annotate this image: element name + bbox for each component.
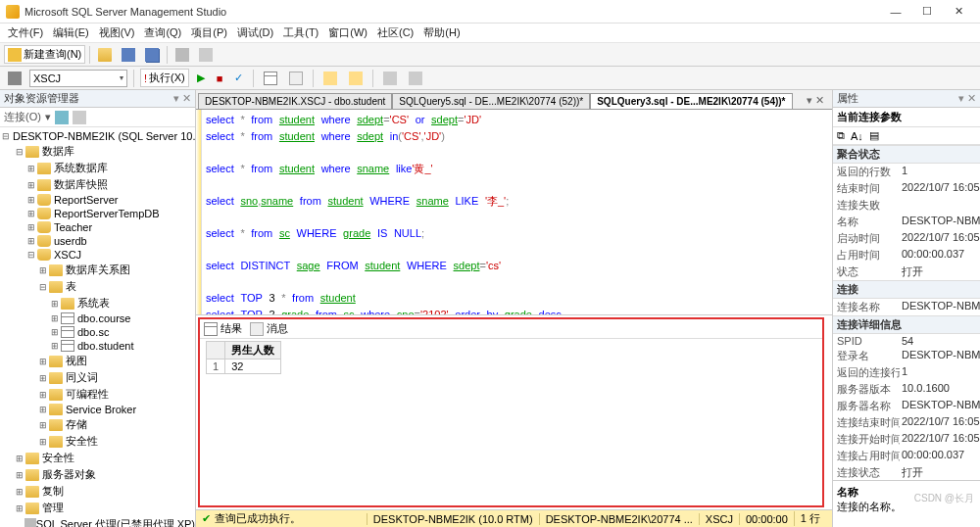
results-area: 结果 消息 男生人数 132: [198, 317, 824, 507]
panel-close-icon[interactable]: ▾ ✕: [958, 92, 976, 105]
node-sc[interactable]: dbo.sc: [77, 326, 109, 338]
node-security[interactable]: 安全性: [42, 451, 74, 465]
database-combo[interactable]: XSCJ ▾: [29, 70, 127, 87]
connection-button[interactable]: [4, 70, 25, 87]
debug-button[interactable]: ▶: [193, 70, 209, 86]
menu-file[interactable]: 文件(F): [4, 24, 47, 42]
node-sysdb[interactable]: 系统数据库: [54, 161, 108, 175]
menu-edit[interactable]: 编辑(E): [49, 24, 93, 42]
menu-project[interactable]: 项目(P): [187, 24, 231, 42]
results-tab-results[interactable]: 结果: [204, 321, 242, 336]
folder-icon: [37, 163, 51, 174]
tab-sqlquery5[interactable]: SQLQuery5.sql - DE...ME2IK\20774 (52))*: [392, 93, 590, 109]
node-diagrams[interactable]: 数据库关系图: [66, 263, 130, 277]
execute-text: 执行(X): [149, 71, 185, 85]
message-icon: [250, 322, 264, 336]
tab-sqlquery3[interactable]: SQLQuery3.sql - DE...ME2IK\20774 (54))*: [590, 93, 792, 109]
comment-button[interactable]: [319, 70, 341, 87]
node-tables[interactable]: 表: [66, 279, 76, 294]
menu-help[interactable]: 帮助(H): [419, 24, 464, 42]
execute-button[interactable]: ! 执行(X): [140, 69, 189, 87]
app-icon: [6, 5, 20, 19]
refresh-icon[interactable]: [55, 111, 69, 124]
node-views[interactable]: 视图: [66, 354, 87, 368]
props-button[interactable]: [195, 46, 217, 64]
agent-icon: [24, 518, 36, 528]
properties-grid[interactable]: 聚合状态 返回的行数1 结束时间2022/10/7 16:05:14 连接失败 …: [833, 145, 980, 480]
save-button[interactable]: [118, 46, 139, 64]
menu-tools[interactable]: 工具(T): [279, 24, 322, 42]
node-xscj[interactable]: XSCJ: [54, 249, 81, 261]
node-replication[interactable]: 复制: [42, 484, 64, 499]
open-button[interactable]: [94, 46, 116, 64]
connect-label[interactable]: 连接(O): [4, 110, 41, 124]
node-security-db[interactable]: 安全性: [66, 434, 98, 449]
node-rs[interactable]: ReportServer: [54, 194, 118, 206]
node-snapshot[interactable]: 数据库快照: [54, 177, 108, 192]
folder-icon: [98, 48, 112, 62]
node-userdb[interactable]: userdb: [54, 235, 87, 247]
indent-button[interactable]: [379, 70, 401, 87]
node-synonyms[interactable]: 同义词: [66, 370, 98, 385]
uncomment-button[interactable]: [345, 70, 367, 87]
col-header[interactable]: 男生人数: [225, 342, 281, 359]
query-status-bar: ✔ 查询已成功执行。 DESKTOP-NBME2IK (10.0 RTM) DE…: [196, 509, 832, 527]
cell-value: 32: [225, 359, 281, 374]
status-user: DESKTOP-NBME2IK\20774 ...: [539, 513, 699, 525]
row-number: 1: [207, 359, 225, 374]
document-tabs: DESKTOP-NBME2IK.XSCJ - dbo.student SQLQu…: [196, 90, 832, 110]
server-node[interactable]: DESKTOP-NBME2IK (SQL Server 10.0.160: [13, 130, 195, 142]
object-explorer-tree[interactable]: ⊟DESKTOP-NBME2IK (SQL Server 10.0.160 ⊟数…: [0, 127, 195, 527]
node-course[interactable]: dbo.course: [77, 312, 130, 324]
menu-debug[interactable]: 调试(D): [233, 24, 277, 42]
properties-title: 属性: [837, 91, 858, 106]
text-button[interactable]: [285, 70, 307, 87]
folder-icon: [49, 372, 63, 384]
folder-icon: [61, 298, 74, 310]
node-databases[interactable]: 数据库: [42, 144, 74, 159]
stop-button[interactable]: ■: [213, 71, 227, 86]
prop-page-icon[interactable]: ▤: [869, 129, 879, 142]
node-storage[interactable]: 存储: [66, 417, 87, 432]
node-systables[interactable]: 系统表: [77, 296, 110, 311]
node-rstemp[interactable]: ReportServerTempDB: [54, 208, 160, 219]
minimize-button[interactable]: —: [880, 2, 911, 22]
menu-view[interactable]: 视图(V): [95, 24, 139, 42]
menu-window[interactable]: 窗口(W): [324, 24, 371, 42]
node-sqlagent[interactable]: SQL Server 代理(已禁用代理 XP): [36, 517, 195, 527]
alpha-sort-icon[interactable]: A↓: [851, 130, 863, 142]
cat-connection[interactable]: 连接: [833, 280, 980, 299]
node-servicebroker[interactable]: Service Broker: [66, 404, 136, 415]
tab-dbo-student[interactable]: DESKTOP-NBME2IK.XSCJ - dbo.student: [198, 93, 392, 109]
table-icon: [61, 340, 74, 352]
database-icon: [37, 221, 51, 233]
maximize-button[interactable]: ☐: [911, 2, 943, 22]
grid-button[interactable]: [260, 70, 281, 87]
results-tab-messages[interactable]: 消息: [250, 321, 288, 336]
node-student[interactable]: dbo.student: [77, 340, 134, 352]
node-serverobjects[interactable]: 服务器对象: [42, 467, 96, 482]
menu-query[interactable]: 查询(Q): [140, 24, 185, 42]
panel-pin-icon[interactable]: ▾ ✕: [173, 92, 191, 105]
save-all-button[interactable]: [141, 46, 163, 64]
outdent-button[interactable]: [405, 70, 426, 87]
folder-icon: [49, 264, 63, 276]
node-teacher[interactable]: Teacher: [54, 221, 92, 233]
folder-icon: [49, 419, 63, 431]
cat-aggregate[interactable]: 聚合状态: [833, 145, 980, 164]
categorize-icon[interactable]: ⧉: [837, 129, 845, 142]
table-row[interactable]: 132: [207, 359, 281, 374]
node-programmability[interactable]: 可编程性: [66, 387, 109, 402]
node-management[interactable]: 管理: [42, 501, 64, 515]
activity-button[interactable]: [172, 46, 193, 64]
tab-close-icon[interactable]: ▾ ✕: [801, 92, 830, 109]
filter-icon[interactable]: [73, 111, 86, 124]
parse-button[interactable]: ✓: [230, 70, 247, 86]
object-explorer-title: 对象资源管理器: [4, 91, 79, 106]
close-button[interactable]: ✕: [943, 2, 974, 22]
results-grid[interactable]: 男生人数 132: [200, 339, 822, 505]
sql-editor[interactable]: select * from student where sdept='CS' o…: [202, 110, 832, 314]
new-query-button[interactable]: 新建查询(N): [4, 45, 85, 64]
cat-detail[interactable]: 连接详细信息: [833, 315, 980, 334]
menu-community[interactable]: 社区(C): [373, 24, 417, 42]
